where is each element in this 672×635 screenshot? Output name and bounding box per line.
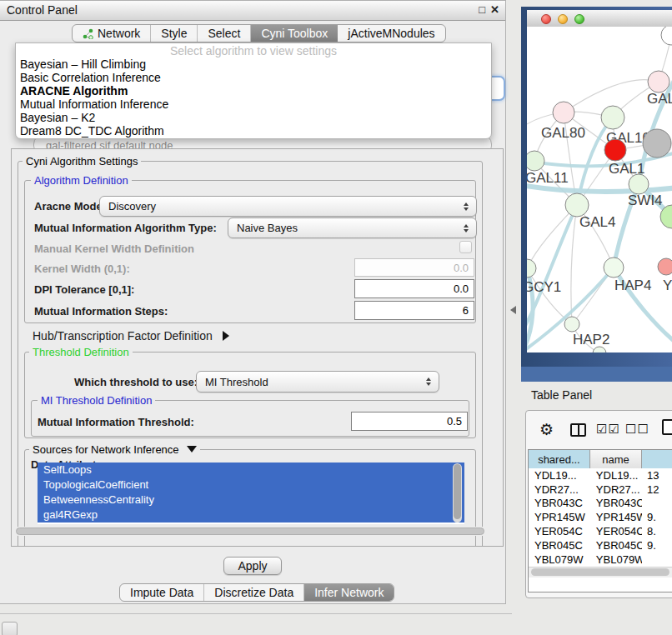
network-node[interactable]	[648, 71, 669, 92]
mi-steps-label: Mutual Information Steps:	[34, 305, 168, 318]
data-attributes-list[interactable]: SelfLoopsTopologicalCoefficientBetweenne…	[38, 462, 464, 524]
dpi-tolerance-field[interactable]: 0.0	[354, 279, 474, 298]
which-threshold-combo[interactable]: MI Threshold	[196, 371, 439, 392]
manual-kernel-width-checkbox[interactable]	[459, 241, 472, 253]
table-row[interactable]: YER054CYER054C8.	[529, 524, 672, 538]
network-node[interactable]	[553, 102, 574, 123]
table-cell: YBR043C	[529, 497, 590, 509]
column-header-partial[interactable]	[642, 450, 672, 468]
data-attribute-item[interactable]: gal4RGexp	[38, 508, 464, 522]
column-header-name[interactable]: name	[590, 450, 642, 468]
scrollbar-thumb[interactable]	[454, 464, 461, 519]
aracne-mode-combo[interactable]: Discovery	[99, 196, 477, 217]
algorithm-option[interactable]: Dream8 DC_TDC Algorithm	[16, 124, 491, 138]
table-horizontal-scrollbar[interactable]	[529, 567, 672, 578]
network-node[interactable]	[604, 139, 626, 161]
bottom-tabbar: Impute Data Discretize Data Infer Networ…	[119, 583, 394, 602]
data-attribute-item[interactable]: SelfLoops	[38, 462, 464, 478]
network-node[interactable]	[564, 317, 579, 332]
mi-steps-field[interactable]: 6	[354, 301, 474, 320]
collapse-arrow-icon[interactable]	[187, 446, 197, 452]
zoom-traffic-light-icon[interactable]	[574, 14, 584, 24]
network-canvas[interactable]: GALGAL80GAL10GAL1GAL11SWI4GAL4GCY1HAP4YH…	[527, 27, 672, 352]
table-cell: YBR045C	[529, 539, 590, 552]
network-node[interactable]	[593, 347, 606, 352]
apply-button[interactable]: Apply	[223, 557, 282, 575]
sources-title-row[interactable]: Sources for Network Inference	[29, 443, 200, 456]
select-all-icon[interactable]: ☑☑	[596, 422, 620, 437]
tab-impute-data[interactable]: Impute Data	[120, 584, 204, 601]
attributes-scrollbar[interactable]	[453, 463, 462, 522]
control-panel-tabbar: Network Style Select Cyni Toolbox jActiv…	[72, 24, 446, 42]
settings-scroll-viewport: Cyni Algorithm Settings Algorithm Defini…	[11, 148, 504, 547]
new-table-icon[interactable]	[662, 419, 672, 435]
kernel-width-field[interactable]: 0.0	[354, 258, 474, 277]
mi-algorithm-type-combo[interactable]: Naive Bayes	[228, 218, 477, 238]
which-threshold-label: Which threshold to use:	[74, 376, 198, 388]
algorithm-options: Bayesian – Hill ClimbingBasic Correlatio…	[16, 58, 491, 138]
column-header-shared-name[interactable]: shared...	[529, 450, 590, 468]
panel-collapse-arrow[interactable]	[510, 306, 516, 314]
table-row[interactable]: YBR045CYBR045C9.	[529, 538, 672, 552]
network-node[interactable]	[661, 27, 672, 45]
tab-infer-network[interactable]: Infer Network	[304, 584, 394, 601]
network-node[interactable]	[604, 258, 624, 278]
network-node[interactable]	[629, 174, 649, 194]
tab-jactivemnodules[interactable]: jActiveMNodules	[338, 25, 444, 42]
data-attribute-item[interactable]: TopologicalCoefficient	[38, 478, 464, 492]
table-cell: 12	[642, 483, 672, 496]
scrollbar-thumb[interactable]	[16, 528, 484, 535]
tab-discretize-data[interactable]: Discretize Data	[204, 584, 304, 601]
mi-threshold-label: Mutual Information Threshold:	[38, 416, 194, 428]
scrollbar-thumb[interactable]	[531, 568, 669, 576]
tab-cyni-toolbox[interactable]: Cyni Toolbox	[251, 25, 338, 42]
sources-title: Sources for Network Inference	[33, 443, 179, 456]
control-panel-title: Control Panel	[7, 3, 78, 17]
split-columns-icon[interactable]	[570, 423, 586, 437]
table-row[interactable]: YDR27...YDR27...12	[529, 482, 672, 497]
network-node[interactable]	[527, 151, 544, 171]
algorithm-option[interactable]: Basic Correlation Inference	[16, 71, 491, 84]
network-node[interactable]	[643, 129, 671, 158]
network-window-titlebar[interactable]	[527, 10, 672, 28]
network-graph: GALGAL80GAL10GAL1GAL11SWI4GAL4GCY1HAP4YH…	[527, 27, 672, 352]
algorithm-option[interactable]: ARACNE Algorithm	[16, 84, 491, 98]
minimized-panel-button[interactable]	[2, 622, 18, 635]
tab-select[interactable]: Select	[198, 25, 251, 42]
network-node-label: HAP2	[573, 332, 609, 348]
horizontal-scrollbar[interactable]	[14, 527, 488, 536]
deselect-all-icon[interactable]: ☐☐	[625, 422, 649, 437]
network-node-label: GCY1	[527, 279, 561, 295]
float-window-icon[interactable]: □	[479, 3, 485, 16]
tab-label: Select	[208, 27, 240, 40]
tab-network[interactable]: Network	[73, 25, 151, 42]
table-cell: 9.	[642, 539, 672, 552]
mi-threshold-field[interactable]: 0.5	[351, 412, 468, 431]
table-row[interactable]: YBR043CYBR043C	[529, 497, 672, 511]
table-row[interactable]: YDL19...YDL19...13	[529, 468, 672, 482]
table-cell: YER054C	[590, 525, 642, 538]
table-row[interactable]: YBL079WYBL079W	[529, 552, 672, 567]
algorithm-option[interactable]: Bayesian – K2	[16, 111, 491, 124]
close-window-icon[interactable]: ✕	[490, 3, 499, 16]
expand-arrow-icon[interactable]	[223, 331, 229, 341]
algorithm-option[interactable]: Bayesian – Hill Climbing	[16, 58, 491, 71]
network-node[interactable]	[658, 258, 672, 275]
table-cell: YBL079W	[529, 553, 590, 566]
tab-label: Style	[161, 27, 187, 40]
node-table: shared... name YDL19...YDL19...13YDR27..…	[528, 449, 672, 592]
table-row[interactable]: YPR145WYPR145W9.	[529, 510, 672, 524]
minimize-traffic-light-icon[interactable]	[558, 14, 568, 24]
network-node[interactable]	[601, 106, 624, 129]
mi-algorithm-type-label: Mutual Information Algorithm Type:	[34, 222, 217, 234]
network-node[interactable]	[565, 193, 589, 217]
table-panel-title: Table Panel	[531, 388, 592, 402]
gear-icon[interactable]: ⚙	[539, 420, 554, 439]
table-header-row: shared... name	[529, 450, 672, 469]
close-traffic-light-icon[interactable]	[541, 14, 551, 24]
hub-tf-definition-row[interactable]: Hub/Transcription Factor Definition	[33, 329, 229, 342]
tab-style[interactable]: Style	[151, 25, 198, 42]
network-node[interactable]	[527, 259, 536, 278]
algorithm-option[interactable]: Mutual Information Inference	[16, 98, 491, 111]
data-attribute-item[interactable]: BetweennessCentrality	[38, 492, 464, 508]
